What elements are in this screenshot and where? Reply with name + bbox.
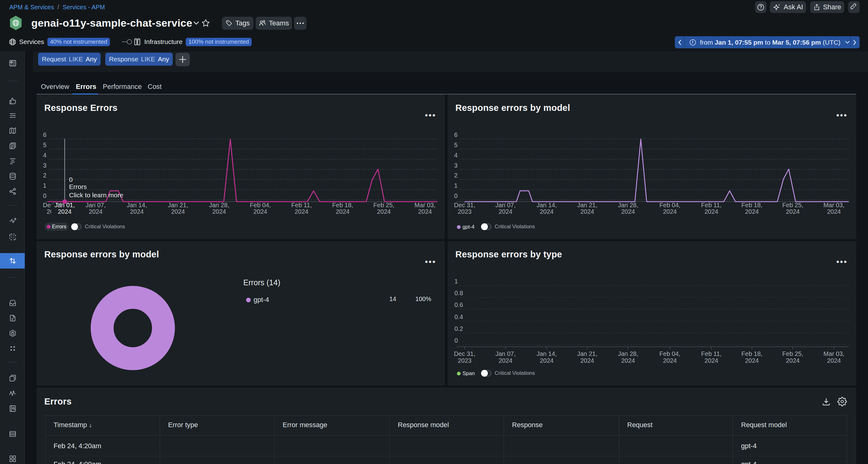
svg-text:5: 5 xyxy=(454,142,458,148)
svg-text:Feb 18,: Feb 18, xyxy=(741,202,763,208)
svg-text:Jan 07,: Jan 07, xyxy=(495,350,516,357)
svg-text:2024: 2024 xyxy=(418,208,432,215)
svg-text:Feb 11,: Feb 11, xyxy=(291,202,312,208)
svg-text:2024: 2024 xyxy=(581,357,594,364)
svg-text:Jan 14,: Jan 14, xyxy=(536,202,557,208)
svg-text:Jan 28,: Jan 28, xyxy=(618,350,638,357)
svg-text:2024: 2024 xyxy=(499,357,513,364)
svg-text:1: 1 xyxy=(455,278,458,285)
svg-text:2024: 2024 xyxy=(786,208,800,215)
svg-text:2024: 2024 xyxy=(171,208,185,215)
svg-text:Jan 21,: Jan 21, xyxy=(168,202,188,208)
svg-text:Jan 21,: Jan 21, xyxy=(577,202,597,208)
svg-text:2024: 2024 xyxy=(827,357,841,364)
svg-text:Feb 25,: Feb 25, xyxy=(373,202,394,208)
svg-text:2024: 2024 xyxy=(212,208,226,215)
svg-text:2024: 2024 xyxy=(130,208,144,215)
svg-text:1: 1 xyxy=(454,182,458,189)
svg-text:2024: 2024 xyxy=(621,208,635,215)
svg-text:2024: 2024 xyxy=(89,208,103,215)
svg-text:Mar 03,: Mar 03, xyxy=(824,350,844,357)
svg-text:5: 5 xyxy=(43,142,46,148)
svg-text:2: 2 xyxy=(454,172,458,179)
svg-text:1: 1 xyxy=(43,182,46,189)
svg-text:2023: 2023 xyxy=(458,357,472,364)
svg-text:2024: 2024 xyxy=(58,208,72,215)
svg-text:2024: 2024 xyxy=(745,208,759,215)
svg-text:0.8: 0.8 xyxy=(455,290,463,296)
svg-text:0.2: 0.2 xyxy=(455,325,463,332)
svg-text:2024: 2024 xyxy=(540,357,554,364)
svg-text:2024: 2024 xyxy=(336,208,350,215)
svg-text:6: 6 xyxy=(43,131,46,138)
svg-text:2024: 2024 xyxy=(786,357,800,364)
svg-text:2024: 2024 xyxy=(499,208,513,215)
svg-text:3: 3 xyxy=(454,162,458,169)
svg-text:2024: 2024 xyxy=(827,208,841,215)
svg-text:0: 0 xyxy=(43,192,46,199)
svg-text:0: 0 xyxy=(69,176,73,183)
svg-text:2023: 2023 xyxy=(458,208,472,215)
svg-text:Dec 31,: Dec 31, xyxy=(454,350,475,357)
svg-text:Feb 18,: Feb 18, xyxy=(332,202,353,208)
svg-text:Errors: Errors xyxy=(69,183,87,190)
svg-text:4: 4 xyxy=(454,152,458,158)
svg-text:Feb 04,: Feb 04, xyxy=(659,350,680,357)
svg-text:Jan 07,: Jan 07, xyxy=(86,202,106,208)
svg-text:2024: 2024 xyxy=(295,208,309,215)
svg-text:2024: 2024 xyxy=(581,208,594,215)
svg-text:Jan 14,: Jan 14, xyxy=(127,202,147,208)
svg-text:Jan 14,: Jan 14, xyxy=(536,350,557,357)
svg-text:2024: 2024 xyxy=(540,208,554,215)
svg-text:Feb 18,: Feb 18, xyxy=(741,350,763,357)
svg-text:2024: 2024 xyxy=(705,208,718,215)
svg-text:Feb 25,: Feb 25, xyxy=(782,350,803,357)
svg-text:2024: 2024 xyxy=(663,357,677,364)
svg-text:Mar 03,: Mar 03, xyxy=(414,202,436,208)
svg-text:Jan 28,: Jan 28, xyxy=(209,202,229,208)
svg-text:2: 2 xyxy=(43,172,46,179)
svg-text:4: 4 xyxy=(43,152,46,158)
svg-text:Feb 11,: Feb 11, xyxy=(701,350,721,357)
svg-text:Jan 28,: Jan 28, xyxy=(618,202,638,208)
svg-text:Click to learn more: Click to learn more xyxy=(69,192,123,199)
svg-text:0: 0 xyxy=(454,192,458,199)
svg-text:Feb 04,: Feb 04, xyxy=(659,202,680,208)
svg-text:2024: 2024 xyxy=(253,208,268,215)
svg-text:Mar 03,: Mar 03, xyxy=(824,202,844,208)
svg-text:Feb 25,: Feb 25, xyxy=(782,202,803,208)
svg-text:2024: 2024 xyxy=(377,208,391,215)
svg-text:2024: 2024 xyxy=(663,208,677,215)
svg-text:2024: 2024 xyxy=(745,357,759,364)
svg-text:0: 0 xyxy=(455,337,458,344)
svg-text:0.4: 0.4 xyxy=(455,314,463,320)
svg-text:2024: 2024 xyxy=(621,357,635,364)
svg-text:0.6: 0.6 xyxy=(455,301,463,308)
svg-text:Feb 04,: Feb 04, xyxy=(250,202,271,208)
svg-text:Feb 11,: Feb 11, xyxy=(701,202,721,208)
svg-text:Jan 21,: Jan 21, xyxy=(577,350,597,357)
svg-text:Jan 07,: Jan 07, xyxy=(495,202,516,208)
svg-text:2024: 2024 xyxy=(705,357,718,364)
svg-text:6: 6 xyxy=(454,131,458,138)
svg-text:Dec 31,: Dec 31, xyxy=(454,202,475,208)
svg-text:3: 3 xyxy=(43,162,46,169)
